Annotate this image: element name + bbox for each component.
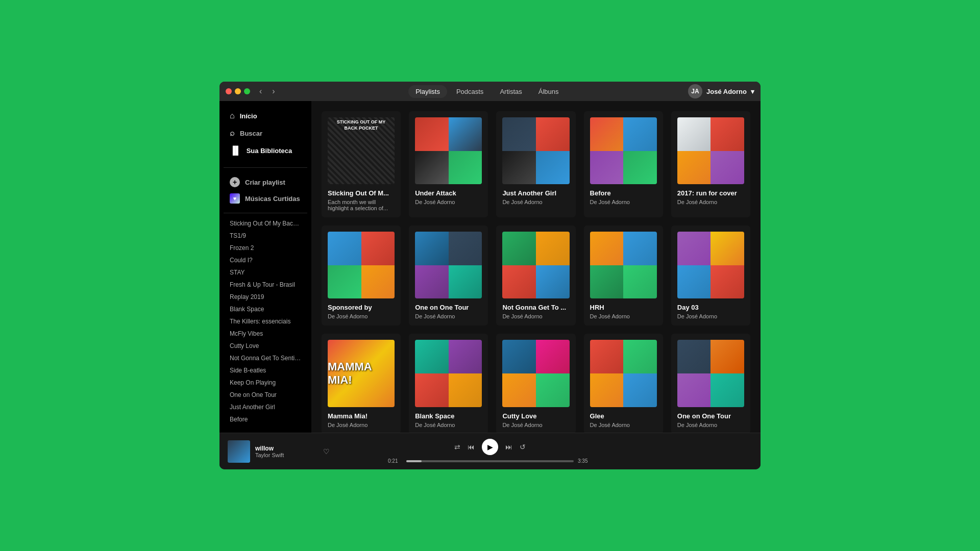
- forward-button[interactable]: ›: [269, 86, 278, 97]
- grid-row-1: Sticking Out Of My Back Pocket Sticking …: [322, 111, 750, 217]
- card-day03[interactable]: Day 03 De José Adorno: [671, 226, 750, 325]
- control-buttons: ⇄ ⏮ ▶ ⏭ ↺: [454, 439, 526, 455]
- card-title: One on One Tour: [677, 412, 744, 420]
- back-button[interactable]: ‹: [256, 86, 265, 97]
- user-area[interactable]: JA José Adorno ▾: [688, 84, 754, 98]
- list-item[interactable]: Just Another Girl: [219, 401, 311, 413]
- list-item[interactable]: The Killers: essenciais: [219, 315, 311, 328]
- previous-button[interactable]: ⏮: [468, 443, 475, 451]
- card-subtitle: De José Adorno: [502, 313, 569, 319]
- card-cover: [415, 117, 482, 184]
- card-subtitle: De José Adorno: [502, 199, 569, 205]
- progress-fill: [406, 460, 422, 462]
- card-title: Before: [590, 189, 657, 197]
- tab-albuns[interactable]: Álbuns: [531, 85, 566, 98]
- nav-tabs: Playlists Podcasts Artistas Álbuns: [286, 85, 688, 98]
- card-subtitle: De José Adorno: [590, 422, 657, 428]
- next-button[interactable]: ⏭: [505, 443, 512, 451]
- card-title: Not Gonna Get To ...: [502, 304, 569, 311]
- list-item[interactable]: Blank Space: [219, 303, 311, 315]
- card-mamma[interactable]: MAMMA MIA! Mamma Mia! De José Adorno: [322, 334, 401, 433]
- avatar: JA: [688, 84, 702, 98]
- card-blank[interactable]: Blank Space De José Adorno: [409, 334, 488, 433]
- list-item[interactable]: TS1/9: [219, 230, 311, 242]
- card-glee[interactable]: Glee De José Adorno: [584, 334, 663, 433]
- tab-playlists[interactable]: Playlists: [408, 85, 447, 98]
- user-name: José Adorno: [706, 88, 747, 95]
- card-cover: [677, 117, 744, 184]
- card-sponsored[interactable]: Sponsored by De José Adorno: [322, 226, 401, 325]
- list-item[interactable]: McFly Vibes: [219, 328, 311, 340]
- time-total: 3:35: [578, 458, 592, 464]
- list-item[interactable]: STAY: [219, 266, 311, 279]
- library-icon: ▐▌: [230, 146, 241, 155]
- list-item[interactable]: Cutty Love: [219, 340, 311, 352]
- card-subtitle: De José Adorno: [415, 199, 482, 205]
- main-area: Sticking Out Of My Back Pocket Sticking …: [311, 101, 761, 433]
- list-item[interactable]: Sticking Out Of My Back P...: [219, 217, 311, 230]
- list-item[interactable]: Replay 2019: [219, 291, 311, 303]
- card-cover: [502, 340, 569, 407]
- player-artist: Taylor Swift: [255, 452, 318, 458]
- tab-artistas[interactable]: Artistas: [493, 85, 529, 98]
- card-before[interactable]: Before De José Adorno: [584, 111, 663, 217]
- list-item[interactable]: Before: [219, 413, 311, 425]
- card-cover: [590, 232, 657, 298]
- card-2017[interactable]: 2017: run for cover De José Adorno: [671, 111, 750, 217]
- sidebar-library-label: Sua Biblioteca: [247, 147, 292, 155]
- card-subtitle: De José Adorno: [328, 313, 395, 319]
- card-just-another[interactable]: Just Another Girl De José Adorno: [496, 111, 575, 217]
- card-title: Sponsored by: [328, 304, 395, 311]
- card-subtitle: De José Adorno: [590, 313, 657, 319]
- progress-bar[interactable]: [406, 460, 574, 462]
- card-sticking-out[interactable]: Sticking Out Of My Back Pocket Sticking …: [322, 111, 401, 217]
- sidebar-divider: [224, 167, 307, 168]
- list-item[interactable]: Not Gonna Get To Sentime...: [219, 352, 311, 364]
- card-title: Mamma Mia!: [328, 412, 395, 420]
- list-item[interactable]: Keep On Playing: [219, 377, 311, 389]
- card-title: Sticking Out Of M...: [328, 189, 395, 197]
- card-subtitle: De José Adorno: [415, 313, 482, 319]
- play-pause-button[interactable]: ▶: [482, 439, 498, 455]
- list-item[interactable]: Fresh & Up Tour - Brasil: [219, 279, 311, 291]
- list-item[interactable]: Side B-eatles: [219, 364, 311, 377]
- time-current: 0:21: [388, 458, 402, 464]
- card-cover: Sticking Out Of My Back Pocket: [328, 117, 395, 184]
- card-misc[interactable]: One on One Tour De José Adorno: [671, 334, 750, 433]
- main-content: ⌂ Início ⌕ Buscar ▐▌ Sua Biblioteca + Cr…: [219, 101, 761, 433]
- maximize-button[interactable]: [244, 88, 250, 94]
- liked-songs-button[interactable]: ♥ Músicas Curtidas: [224, 190, 307, 207]
- card-title: HRH: [590, 304, 657, 311]
- repeat-button[interactable]: ↺: [520, 443, 526, 451]
- list-item[interactable]: One on One Tour: [219, 389, 311, 401]
- card-title: Glee: [590, 412, 657, 420]
- like-button[interactable]: ♡: [323, 447, 330, 456]
- card-hrh[interactable]: HRH De José Adorno: [584, 226, 663, 325]
- playlist-list[interactable]: Sticking Out Of My Back P... TS1/9 Froze…: [219, 215, 311, 433]
- card-title: Under Attack: [415, 189, 482, 197]
- player-song-name: willow: [255, 445, 318, 452]
- traffic-lights: [226, 88, 250, 94]
- card-one-on-one[interactable]: One on One Tour De José Adorno: [409, 226, 488, 325]
- card-not-gonna[interactable]: Not Gonna Get To ... De José Adorno: [496, 226, 575, 325]
- tab-podcasts[interactable]: Podcasts: [449, 85, 491, 98]
- player-thumbnail: [228, 440, 250, 463]
- card-subtitle: De José Adorno: [415, 422, 482, 428]
- create-playlist-button[interactable]: + Criar playlist: [224, 174, 307, 190]
- list-item[interactable]: Could I?: [219, 254, 311, 266]
- sidebar-item-home[interactable]: ⌂ Início: [224, 107, 307, 124]
- list-item[interactable]: Frozen 2: [219, 242, 311, 254]
- shuffle-button[interactable]: ⇄: [454, 443, 460, 451]
- sidebar-item-search[interactable]: ⌕ Buscar: [224, 124, 307, 142]
- home-icon: ⌂: [230, 111, 235, 120]
- sidebar-item-library[interactable]: ▐▌ Sua Biblioteca: [224, 142, 307, 159]
- player-track: willow Taylor Swift ♡: [228, 440, 330, 463]
- close-button[interactable]: [226, 88, 232, 94]
- heart-icon: ♥: [230, 193, 240, 204]
- sidebar-nav: ⌂ Início ⌕ Buscar ▐▌ Sua Biblioteca: [219, 101, 311, 165]
- app-window: ‹ › Playlists Podcasts Artistas Álbuns J…: [219, 82, 761, 469]
- card-cutty[interactable]: Cutty Love De José Adorno: [496, 334, 575, 433]
- minimize-button[interactable]: [235, 88, 241, 94]
- card-title: Blank Space: [415, 412, 482, 420]
- card-under-attack[interactable]: Under Attack De José Adorno: [409, 111, 488, 217]
